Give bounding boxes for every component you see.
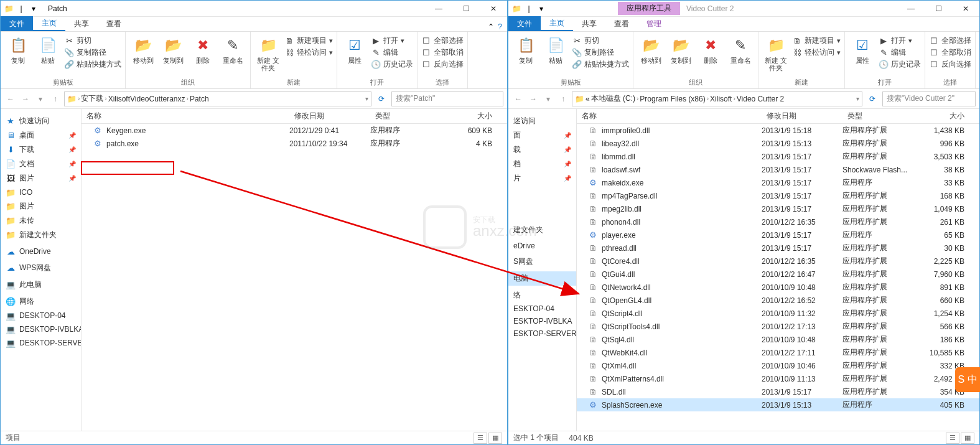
collapse-ribbon-icon[interactable]: ⌃ [488, 22, 494, 31]
nav-quick-access[interactable]: 迷访问 [508, 114, 576, 128]
breadcrumb-overflow[interactable]: « [586, 95, 590, 103]
nav-new-folder[interactable]: 📁新建文件夹 [1, 228, 81, 242]
breadcrumb-item[interactable]: XilisoftVideoCutteranxz [108, 95, 185, 103]
cut-button[interactable]: ✂剪切 [572, 35, 629, 46]
table-row[interactable]: 🗎QtGui4.dll2010/12/2 16:47应用程序扩展7,960 KB [577, 268, 979, 281]
nav-documents[interactable]: 档📌 [508, 157, 576, 171]
copy-path-button[interactable]: 📎复制路径 [572, 47, 629, 58]
view-icons-icon[interactable]: ▦ [961, 433, 974, 444]
qat-dropdown-icon[interactable]: ▾ [28, 3, 39, 14]
tab-home[interactable]: 主页 [33, 16, 65, 31]
minimize-button[interactable]: — [897, 1, 925, 17]
new-folder-button[interactable]: 📁新建 文件夹 [762, 33, 790, 74]
col-size[interactable]: 大小 [445, 111, 507, 121]
ime-floater-icon[interactable]: S 中 [955, 367, 980, 392]
forward-button[interactable]: → [19, 95, 32, 103]
copy-to-button[interactable]: 📂复制到 [667, 33, 694, 67]
breadcrumb[interactable]: 📁 « 本地磁盘 (C:)› Program Files (x86)› Xili… [572, 91, 862, 106]
copy-button[interactable]: 📋复制 [512, 33, 539, 67]
nav-pictures2[interactable]: 📁图片 [1, 199, 81, 213]
nav-desktop04[interactable]: ESKTOP-04 [508, 302, 576, 315]
new-item-button[interactable]: 🗎新建项目 ▾ [792, 35, 841, 46]
table-row[interactable]: 🗎loadswf.swf2013/1/9 15:17Shockwave Flas… [577, 163, 979, 176]
breadcrumb-item[interactable]: Video Cutter 2 [737, 95, 785, 103]
copy-to-button[interactable]: 📂复制到 [159, 33, 187, 67]
col-name[interactable]: 名称 [577, 111, 762, 121]
table-row[interactable]: 🗎mpeg2lib.dll2013/1/9 15:17应用程序扩展1,049 K… [577, 202, 979, 215]
table-row[interactable]: 🗎immprofile0.dll2013/1/9 15:18应用程序扩展1,43… [577, 124, 979, 137]
table-row[interactable]: 🗎SDL.dll2013/1/9 15:17应用程序扩展354 KB [577, 385, 979, 398]
titlebar[interactable]: 📁 | ▾ 应用程序工具 Video Cutter 2 — ☐ ✕ [508, 1, 979, 17]
nav-documents[interactable]: 📄文档📌 [1, 157, 81, 171]
col-date[interactable]: 修改日期 [762, 111, 842, 121]
nav-pictures[interactable]: 🖼图片📌 [1, 171, 81, 185]
history-button[interactable]: 🕓历史记录 [371, 59, 413, 70]
nav-onedrive[interactable]: eDrive [508, 240, 576, 252]
nav-onedrive[interactable]: ☁OneDrive [1, 245, 81, 258]
table-row[interactable]: ⚙Keygen.exe2012/1/29 0:41应用程序609 KB [82, 124, 507, 137]
tab-file[interactable]: 文件 [508, 16, 541, 31]
search-input[interactable]: 搜索"Video Cutter 2" [882, 91, 976, 106]
tab-view[interactable]: 查看 [98, 16, 130, 31]
column-headers[interactable]: 名称 修改日期 类型 大小 [577, 109, 979, 124]
forward-button[interactable]: → [527, 95, 539, 103]
rename-button[interactable]: ✎重命名 [727, 33, 754, 67]
nav-untransferred[interactable]: 📁未传 [1, 213, 81, 228]
table-row[interactable]: ⚙patch.exe2011/10/22 19:34应用程序4 KB [82, 137, 507, 150]
table-row[interactable]: 🗎phonon4.dll2010/12/2 16:35应用程序扩展261 KB [577, 215, 979, 228]
table-row[interactable]: 🗎QtXml4.dll2010/10/9 10:46应用程序扩展332 KB [577, 359, 979, 372]
copy-button[interactable]: 📋复制 [4, 33, 32, 67]
col-size[interactable]: 大小 [917, 111, 979, 121]
edit-button[interactable]: ✎编辑 [879, 47, 921, 58]
table-row[interactable]: 🗎libeay32.dll2013/1/9 15:13应用程序扩展996 KB [577, 137, 979, 150]
tab-home[interactable]: 主页 [541, 16, 573, 31]
nav-downloads[interactable]: ⬇下载📌 [1, 143, 81, 157]
rename-button[interactable]: ✎重命名 [219, 33, 246, 67]
table-row[interactable]: ⚙makeidx.exe2013/1/9 15:17应用程序33 KB [577, 176, 979, 189]
up-button[interactable]: ↑ [49, 95, 62, 103]
search-input[interactable]: 搜索"Patch" [391, 91, 503, 106]
nav-network[interactable]: 络 [508, 288, 576, 302]
back-button[interactable]: ← [512, 95, 525, 103]
close-button[interactable]: ✕ [480, 1, 507, 17]
properties-button[interactable]: ☑属性 [849, 33, 876, 67]
select-all-button[interactable]: ☐全部选择 [929, 35, 971, 46]
column-headers[interactable]: 名称 修改日期 类型 大小 [82, 109, 507, 124]
nav-quick-access[interactable]: ★快速访问 [1, 114, 81, 128]
recent-dropdown[interactable]: ▾ [542, 95, 554, 103]
easy-access-button[interactable]: ⛓轻松访问 ▾ [792, 47, 841, 58]
refresh-button[interactable]: ⟳ [374, 95, 389, 103]
nav-wps[interactable]: ☁WPS网盘 [1, 261, 81, 275]
nav-downloads[interactable]: 载📌 [508, 143, 576, 157]
new-item-button[interactable]: 🗎新建项目 ▾ [284, 35, 333, 46]
view-details-icon[interactable]: ☰ [946, 433, 959, 444]
breadcrumb-item[interactable]: 安下载 [81, 93, 103, 104]
table-row[interactable]: 🗎QtOpenGL4.dll2010/12/2 16:52应用程序扩展660 K… [577, 294, 979, 307]
nav-ivblka[interactable]: 💻DESKTOP-IVBLKA [1, 322, 81, 336]
edit-button[interactable]: ✎编辑 [371, 47, 413, 58]
table-row[interactable]: 🗎QtScript4.dll2010/10/9 11:32应用程序扩展1,254… [577, 307, 979, 320]
nav-network[interactable]: 🌐网络 [1, 294, 81, 309]
easy-access-button[interactable]: ⛓轻松访问 ▾ [284, 47, 333, 58]
nav-server[interactable]: ESKTOP-SERVER [508, 327, 576, 340]
cut-button[interactable]: ✂剪切 [64, 35, 121, 46]
open-button[interactable]: ▶打开 ▾ [371, 35, 413, 46]
col-type[interactable]: 类型 [370, 111, 445, 121]
help-icon[interactable]: ? [498, 22, 502, 31]
paste-shortcut-button[interactable]: 🔗粘贴快捷方式 [64, 59, 121, 70]
back-button[interactable]: ← [4, 95, 17, 103]
select-none-button[interactable]: ☐全部取消 [421, 47, 464, 58]
breadcrumb-item[interactable]: Patch [190, 95, 209, 103]
nav-desktop[interactable]: 面📌 [508, 128, 576, 143]
tab-view[interactable]: 查看 [605, 16, 638, 31]
tab-share[interactable]: 共享 [573, 16, 605, 31]
view-details-icon[interactable]: ☰ [474, 433, 487, 444]
nav-pictures[interactable]: 片📌 [508, 171, 576, 185]
nav-this-pc[interactable]: 💻此电脑 [1, 278, 81, 292]
table-row[interactable]: 🗎pthread.dll2013/1/9 15:17应用程序扩展30 KB [577, 241, 979, 255]
nav-new-folder[interactable]: 建文件夹 [508, 223, 576, 237]
table-row[interactable]: ⚙SplashScreen.exe2013/1/9 15:13应用程序405 K… [577, 398, 979, 411]
nav-this-pc[interactable]: 电脑 [508, 271, 576, 286]
paste-button[interactable]: 📄粘贴 [542, 33, 569, 67]
nav-desktop[interactable]: 🖥桌面📌 [1, 128, 81, 143]
